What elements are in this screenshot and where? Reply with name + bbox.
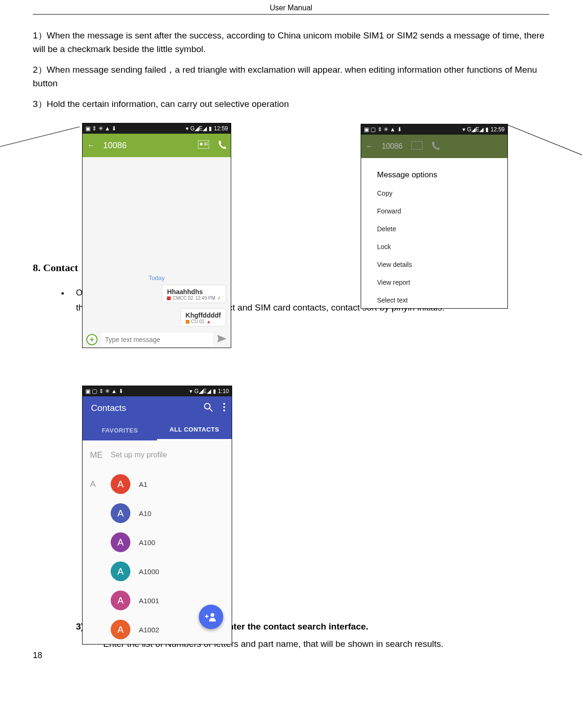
option-forward[interactable]: Forward [368,202,501,220]
signal-icon: G◢E◢ [467,126,484,133]
contact-row[interactable]: AAA1 [83,470,232,499]
wifi-icon: ▾ [186,125,189,132]
notif-icon: ▣ ▢ ⇕ ✳ ▲ ⬇ [85,388,123,394]
option-copy[interactable]: Copy [368,184,501,202]
back-icon: ← [366,142,373,151]
option-delete[interactable]: Delete [368,220,501,238]
paragraph-1: 1）When the message is sent after the suc… [33,29,549,56]
paragraph-2: 2）When message sending failed，a red tria… [33,63,549,91]
svg-point-7 [223,403,225,405]
notif-icon: ▣ ▢ ⇕ ✳ ▲ ⬇ [364,126,402,133]
option-lock[interactable]: Lock [368,238,501,256]
section-letter-me: ME [90,450,111,460]
section-letter: A [90,479,111,489]
svg-point-5 [204,403,210,409]
wifi-icon: ▾ [462,126,465,133]
contact-avatar: A [111,561,130,581]
search-icon[interactable] [204,402,213,414]
contact-card-icon [411,141,423,152]
contact-name: A1 [139,480,147,488]
status-time: 12:59 [214,125,228,132]
svg-point-8 [223,406,225,408]
phone-screenshot-message-options: ▣ ▢ ⇕ ✳ ▲ ⬇ ▾ G◢E◢ ▮ 12:59 ← 10086 Messa… [361,124,508,309]
status-time: 1:10 [218,388,229,394]
phone-icon [431,141,439,152]
page-number: 18 [33,651,42,660]
add-contact-fab[interactable] [199,605,223,629]
set-up-profile: Set up my profile [111,451,167,459]
contact-row[interactable]: AA10 [83,499,232,528]
contact-row[interactable]: AA1000 [83,557,232,586]
notif-icon: ▣ ⇕ ✳ ▲ ⬇ [85,125,116,132]
compose-bar: + [83,331,231,348]
sent-checkmark-icon: ✓ [217,296,221,301]
message-text: Khgffddddf [186,311,221,319]
svg-point-9 [223,410,225,411]
message-bubble-sent-2[interactable]: Khgffddddf CU 01 ▲ [181,308,226,326]
contact-avatar: A [111,532,130,552]
carrier-label: CU 01 [191,319,204,324]
contacts-list[interactable]: ME Set up my profile AAA1AA10AA100AA1000… [83,440,232,645]
status-bar: ▣ ▢ ⇕ ✳ ▲ ⬇ ▾ G◢E◢ ▮ 12:59 [361,124,507,135]
contact-name: A10 [139,509,151,517]
message-area: Today Hhaahhdhs CMCC 02 12:49 PM ✓ Khgff… [83,157,231,331]
message-bubble-sent-1[interactable]: Hhaahhdhs CMCC 02 12:49 PM ✓ [162,285,226,303]
message-text: Hhaahhdhs [167,288,221,296]
contact-name: A1001 [139,597,159,605]
tab-favorites[interactable]: FAVORITES [83,420,157,440]
contact-avatar: A [111,591,130,610]
paragraph-3: 3）Hold the certain information, can carr… [33,97,549,111]
page-header: User Manual [33,0,549,15]
svg-point-10 [211,613,214,617]
header-title: User Manual [270,4,312,12]
option-view-details[interactable]: View details [368,256,501,273]
option-select-text[interactable]: Select text [368,291,501,309]
option-view-report[interactable]: View report [368,273,501,291]
back-icon[interactable]: ← [87,141,95,150]
contact-name: A100 [139,538,155,546]
phone-screenshot-messaging: ▣ ⇕ ✳ ▲ ⬇ ▾ G◢E◢ ▮ 12:59 ← 10086 Today H… [82,123,231,348]
svg-rect-4 [411,141,423,150]
contact-avatar: A [111,620,130,639]
phone-icon[interactable] [218,140,226,151]
date-marker: Today [83,274,231,281]
battery-icon: ▮ [209,125,212,132]
message-time: 12:49 PM [195,296,215,301]
sim-indicator-icon [186,320,189,324]
contact-avatar: A [111,503,130,523]
signal-icon: G◢E◢ [190,125,207,132]
tab-all-contacts[interactable]: ALL CONTACTS [157,420,232,440]
overflow-menu-icon[interactable] [223,403,225,413]
contacts-title: Contacts [91,403,126,413]
contacts-tabs: FAVORITES ALL CONTACTS [83,420,232,440]
contact-card-icon[interactable] [198,140,209,151]
popup-title: Message options [368,164,501,184]
me-row[interactable]: ME Set up my profile [83,440,232,470]
svg-point-1 [200,143,203,145]
status-bar: ▣ ▢ ⇕ ✳ ▲ ⬇ ▾ G◢E◢ ▮ 1:10 [83,386,232,396]
message-options-popup: Message options Copy Forward Delete Lock… [368,164,501,309]
messaging-topbar: ← 10086 [83,134,231,157]
carrier-label: CMCC 02 [173,296,193,301]
svg-rect-3 [204,144,208,145]
send-failed-icon: ▲ [206,319,211,324]
phone-screenshot-contacts: ▣ ▢ ⇕ ✳ ▲ ⬇ ▾ G◢E◢ ▮ 1:10 Contacts FAVOR… [82,386,232,645]
sim-indicator-icon [167,296,171,300]
contact-name: A1002 [139,626,159,634]
status-bar: ▣ ⇕ ✳ ▲ ⬇ ▾ G◢E◢ ▮ 12:59 [83,123,231,134]
send-button[interactable] [217,334,227,345]
battery-icon: ▮ [485,126,489,133]
contact-name: A1000 [139,568,159,576]
signal-icon: G◢E◢ [194,388,211,394]
contact-avatar: A [111,474,130,494]
svg-rect-12 [206,614,207,618]
add-attachment-button[interactable]: + [86,334,98,345]
conversation-title: 10086 [382,142,403,151]
contact-row[interactable]: AA1003 [83,644,232,645]
message-input[interactable] [101,333,213,346]
contact-row[interactable]: AA100 [83,528,232,557]
messaging-topbar-dimmed: ← 10086 [361,135,507,158]
wifi-icon: ▾ [189,388,192,394]
battery-icon: ▮ [213,388,216,394]
svg-line-6 [210,409,212,411]
